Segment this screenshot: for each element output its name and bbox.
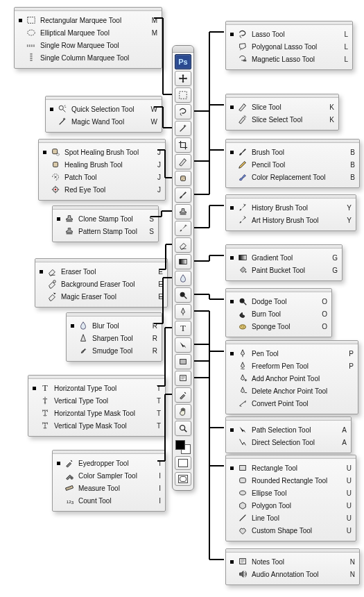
tool-shortcut: O [319,310,327,318]
tool-blur-button[interactable] [175,271,191,286]
tool-marquee-button[interactable] [175,87,191,103]
tool-option[interactable]: Quick Selection ToolW [50,103,157,115]
tool-option[interactable]: Blur ToolR [71,319,157,332]
tool-option[interactable]: Polygonal Lasso ToolL [230,40,348,53]
tool-option[interactable]: Pattern Stamp ToolS [57,225,154,237]
tool-option[interactable]: 123Count ToolI [57,494,161,507]
tool-label: Freeform Pen Tool [252,362,342,370]
tool-path-button[interactable] [175,337,191,353]
tool-option[interactable]: Elliptical Marquee ToolM [19,26,157,39]
tool-option[interactable]: Color Sampler ToolI [57,469,161,482]
tool-option[interactable]: Single Column Marquee Tool [19,51,157,64]
tool-option[interactable]: Smudge ToolR [71,344,157,357]
lasso-poly-icon [237,41,248,52]
tool-option[interactable]: Notes ToolN [230,555,355,568]
tool-option[interactable]: THorizontal Type Mask ToolT [33,407,161,419]
tool-option[interactable]: History Brush ToolY [230,201,352,214]
tool-label: Art History Brush Tool [252,217,340,224]
tool-option[interactable]: Patch ToolJ [43,171,161,183]
tool-notes-button[interactable] [175,371,191,386]
tool-wand-button[interactable] [175,121,191,136]
tool-lasso-button[interactable] [175,104,191,119]
tool-option[interactable]: Add Anchor Point Tool [230,372,354,385]
tool-option[interactable]: Polygon ToolU [230,499,352,512]
tool-move-button[interactable] [175,71,191,86]
tool-option[interactable]: Art History Brush ToolY [230,214,352,226]
tool-option[interactable]: Single Row Marquee Tool [19,39,157,51]
tool-shortcut: O [319,323,327,330]
tool-option[interactable]: Red Eye ToolJ [43,183,161,196]
tool-type-button[interactable]: T [175,321,191,336]
flyout-header [226,245,342,249]
tool-hand-button[interactable] [175,404,191,419]
tool-eraser-button[interactable] [175,237,191,253]
tool-option[interactable]: Eraser ToolE [40,265,163,278]
palette-header[interactable] [173,46,193,53]
tool-gradient-button[interactable] [175,254,191,269]
tool-option[interactable]: Sponge ToolO [230,320,327,333]
tool-option[interactable]: Burn ToolO [230,308,327,320]
tool-option[interactable]: Magnetic Lasso ToolL [230,53,348,65]
tool-option[interactable]: Pen ToolP [230,347,354,360]
patch-icon [50,171,61,183]
tool-crop-button[interactable] [175,137,191,153]
flyout-pen: Pen ToolPFreeform Pen ToolPAdd Anchor Po… [225,340,358,414]
tool-option[interactable]: Magic Wand ToolW [50,115,157,128]
flyout-header [53,206,158,210]
color-swatches[interactable] [175,440,191,454]
tool-option[interactable]: Path Selection ToolA [230,423,347,436]
tool-brush-button[interactable] [175,187,191,203]
tool-label: Pen Tool [252,350,342,358]
tool-slice-button[interactable] [175,154,191,169]
connector-line [194,227,209,228]
tool-option[interactable]: Eyedropper ToolI [57,457,161,469]
tool-option[interactable]: Rectangular Marquee ToolM [19,14,157,26]
tool-option[interactable]: Measure ToolI [57,482,161,494]
tool-option[interactable]: Delete Anchor Point Tool [230,385,354,397]
tool-option[interactable]: Sharpen ToolR [71,332,157,344]
tool-option[interactable]: Convert Point Tool [230,397,354,410]
tool-option[interactable]: Slice ToolK [230,101,334,113]
line-icon [237,512,248,523]
tool-option[interactable]: TVertical Type Mask ToolT [33,419,161,432]
tool-option[interactable]: Ellipse ToolU [230,487,352,499]
flyout-header [226,195,356,199]
tool-option[interactable]: Pencil ToolB [230,158,355,171]
tool-history-button[interactable] [175,221,191,236]
tool-healing-button[interactable] [175,171,191,186]
tool-zoom-button[interactable] [175,421,191,436]
tool-shortcut: L [340,56,348,63]
tool-option[interactable]: Gradient ToolG [230,251,338,264]
tool-option[interactable]: Lasso ToolL [230,28,348,40]
tool-option[interactable]: Brush ToolB [230,146,355,158]
tool-option[interactable]: TVertical Type ToolT [33,394,161,407]
quick-mask-button[interactable] [175,456,191,470]
tool-eyedropper-button[interactable] [175,387,191,403]
tool-shortcut: K [326,116,334,124]
tool-option[interactable]: Audio Annotation ToolN [230,568,355,580]
tool-option[interactable]: Paint Bucket ToolG [230,264,338,276]
connector-line [166,244,172,245]
tool-option[interactable]: Clone Stamp ToolS [57,212,154,225]
tool-option[interactable]: THorizontal Type ToolT [33,382,161,394]
tool-option[interactable]: Magic Eraser ToolE [40,290,163,303]
tool-option[interactable]: Color Replacement ToolB [230,171,355,183]
wand-icon [57,116,68,127]
tool-option[interactable]: Line ToolU [230,512,352,524]
tool-shape-button[interactable] [175,354,191,369]
connector-line [159,269,166,270]
tool-option[interactable]: Spot Healing Brush ToolJ [43,146,161,158]
tool-dodge-button[interactable] [175,287,191,303]
tool-option[interactable]: Freeform Pen ToolP [230,360,354,372]
tool-option[interactable]: Direct Selection ToolA [230,436,347,448]
tool-option[interactable]: Dodge ToolO [230,295,327,308]
tool-option[interactable]: Custom Shape ToolU [230,524,352,537]
tool-option[interactable]: Rounded Rectangle ToolU [230,474,352,487]
tool-option[interactable]: Slice Select ToolK [230,113,334,126]
tool-option[interactable]: Rectangle ToolU [230,462,352,474]
tool-pen-button[interactable] [175,304,191,319]
tool-option[interactable]: Background Eraser ToolE [40,278,163,290]
tool-stamp-button[interactable] [175,204,191,219]
screen-mode-button[interactable] [175,472,191,486]
tool-option[interactable]: Healing Brush ToolJ [43,158,161,171]
